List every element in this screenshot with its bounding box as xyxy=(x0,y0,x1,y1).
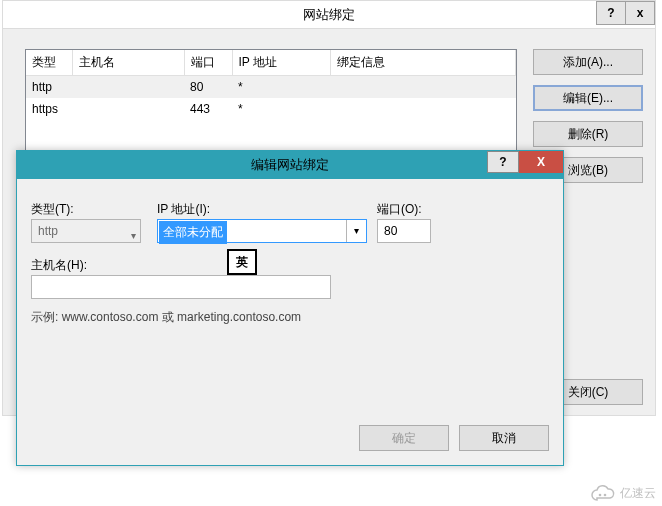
svg-point-0 xyxy=(599,494,602,497)
host-input[interactable] xyxy=(31,275,331,299)
table-row[interactable]: https 443 * xyxy=(26,98,516,120)
site-bindings-titlebar: 网站绑定 ? x xyxy=(3,1,655,29)
col-header-host[interactable]: 主机名 xyxy=(72,50,184,76)
chevron-down-icon: ▾ xyxy=(131,225,136,247)
cancel-button[interactable]: 取消 xyxy=(459,425,549,451)
ip-label: IP 地址(I): xyxy=(157,201,210,218)
edit-button[interactable]: 编辑(E)... xyxy=(533,85,643,111)
col-header-type[interactable]: 类型 xyxy=(26,50,72,76)
edit-binding-dialog: 编辑网站绑定 ? X 类型(T): IP 地址(I): 端口(O): 主机名(H… xyxy=(16,150,564,466)
ok-button: 确定 xyxy=(359,425,449,451)
table-header-row: 类型 主机名 端口 IP 地址 绑定信息 xyxy=(26,50,516,76)
cell-info xyxy=(330,98,516,120)
col-header-ip[interactable]: IP 地址 xyxy=(232,50,330,76)
cell-host xyxy=(72,76,184,99)
cell-host xyxy=(72,98,184,120)
help-button[interactable]: ? xyxy=(596,1,626,25)
remove-button[interactable]: 删除(R) xyxy=(533,121,643,147)
host-example-text: 示例: www.contoso.com 或 marketing.contoso.… xyxy=(31,309,301,326)
port-input-value: 80 xyxy=(384,224,397,238)
type-select: http ▾ xyxy=(31,219,141,243)
cell-ip: * xyxy=(232,76,330,99)
cell-port: 443 xyxy=(184,98,232,120)
edit-binding-title: 编辑网站绑定 xyxy=(17,156,563,174)
chevron-down-icon[interactable]: ▾ xyxy=(346,220,366,242)
col-header-port[interactable]: 端口 xyxy=(184,50,232,76)
ime-indicator[interactable]: 英 xyxy=(227,249,257,275)
type-label: 类型(T): xyxy=(31,201,74,218)
cell-port: 80 xyxy=(184,76,232,99)
add-button[interactable]: 添加(A)... xyxy=(533,49,643,75)
cell-type: http xyxy=(26,76,72,99)
cell-ip: * xyxy=(232,98,330,120)
close-button[interactable]: x xyxy=(625,1,655,25)
cloud-icon xyxy=(590,484,616,502)
table-row[interactable]: http 80 * xyxy=(26,76,516,99)
watermark-text: 亿速云 xyxy=(620,485,656,502)
svg-point-1 xyxy=(604,494,607,497)
port-label: 端口(O): xyxy=(377,201,422,218)
edit-binding-body: 类型(T): IP 地址(I): 端口(O): 主机名(H): http ▾ 全… xyxy=(31,191,549,451)
col-header-info[interactable]: 绑定信息 xyxy=(330,50,516,76)
port-input[interactable]: 80 xyxy=(377,219,431,243)
help-button[interactable]: ? xyxy=(487,151,519,173)
type-select-value: http xyxy=(38,224,58,238)
host-label: 主机名(H): xyxy=(31,257,87,274)
cell-type: https xyxy=(26,98,72,120)
edit-binding-titlebar: 编辑网站绑定 ? X xyxy=(17,151,563,179)
site-bindings-title: 网站绑定 xyxy=(3,6,655,24)
cell-info xyxy=(330,76,516,99)
ip-select[interactable]: 全部未分配 ▾ xyxy=(157,219,367,243)
ip-select-value: 全部未分配 xyxy=(159,221,227,244)
edit-dialog-actions: 确定 取消 xyxy=(359,425,549,451)
watermark: 亿速云 xyxy=(590,484,656,502)
close-button[interactable]: X xyxy=(519,151,563,173)
